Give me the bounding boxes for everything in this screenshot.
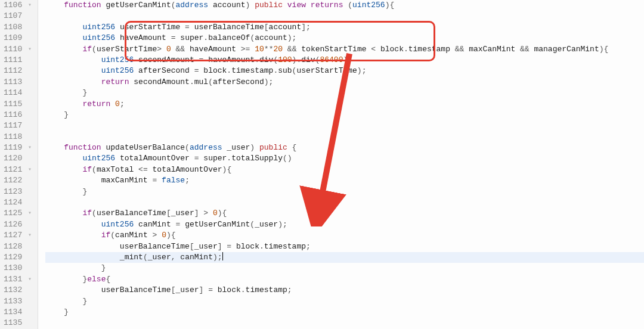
code-line[interactable]: if(userStartTime> 0 && haveAmount >= 10*… xyxy=(45,44,644,55)
code-line[interactable]: } xyxy=(45,296,644,307)
line-number: 1124 xyxy=(4,197,33,208)
line-number: 1107 xyxy=(4,11,33,21)
line-number: 1115 xyxy=(4,99,33,110)
line-number: 1108 xyxy=(4,22,33,33)
fold-chevron-icon[interactable]: ▾ xyxy=(27,164,33,175)
fold-chevron-icon[interactable]: ▾ xyxy=(27,230,33,241)
code-line[interactable]: uint256 totalAmountOver = super.totalSup… xyxy=(45,153,644,164)
code-line[interactable]: uint256 haveAmount = super.balanceOf(acc… xyxy=(45,33,644,44)
line-number: 1133 xyxy=(4,296,33,307)
code-line[interactable]: if(canMint > 0){ xyxy=(45,230,644,241)
line-number: 1109 xyxy=(4,33,33,44)
line-number: 1121 ▾ xyxy=(4,164,33,175)
code-line[interactable]: } xyxy=(45,187,644,197)
code-line[interactable]: uint256 userStartTime = userBalanceTime[… xyxy=(45,22,644,33)
line-number: 1112 xyxy=(4,66,33,76)
line-number: 1128 xyxy=(4,241,33,252)
code-line[interactable] xyxy=(45,197,644,208)
code-line[interactable]: _mint(_user, canMint); xyxy=(45,252,644,263)
text-caret xyxy=(222,252,223,260)
code-line[interactable]: uint256 afterSecond = block.timestamp.su… xyxy=(45,66,644,76)
line-number: 1130 xyxy=(4,263,33,274)
code-line[interactable]: maxCanMint = false; xyxy=(45,175,644,186)
code-line[interactable] xyxy=(45,318,644,328)
fold-chevron-icon[interactable]: ▾ xyxy=(27,274,33,285)
code-line[interactable]: } xyxy=(45,88,644,98)
line-number: 1127 ▾ xyxy=(4,230,33,241)
line-number: 1123 xyxy=(4,187,33,197)
code-line[interactable]: } xyxy=(45,110,644,120)
code-line[interactable]: function getUserCanMint(address account)… xyxy=(45,0,644,11)
code-area[interactable]: function getUserCanMint(address account)… xyxy=(38,0,644,329)
line-number: 1111 xyxy=(4,55,33,66)
line-number: 1120 xyxy=(4,153,33,164)
code-line[interactable]: return 0; xyxy=(45,99,644,110)
line-number: 1132 xyxy=(4,285,33,296)
code-line[interactable]: } xyxy=(45,263,644,274)
line-number: 1114 xyxy=(4,88,33,98)
code-line[interactable]: if(maxTotal <= totalAmountOver){ xyxy=(45,164,644,175)
code-line[interactable]: return secondAmount.mul(afterSecond); xyxy=(45,77,644,88)
code-line[interactable]: userBalanceTime[_user] = block.timestamp… xyxy=(45,285,644,296)
code-line[interactable]: function updateUserBalance(address _user… xyxy=(45,142,644,153)
line-number: 1126 xyxy=(4,219,33,230)
line-number: 1110 ▾ xyxy=(4,44,33,55)
line-number: 1122 xyxy=(4,175,33,186)
code-editor[interactable]: 1106 ▾1107 1108 1109 1110 ▾1111 1112 111… xyxy=(0,0,644,329)
line-number: 1106 ▾ xyxy=(4,0,33,11)
fold-chevron-icon[interactable]: ▾ xyxy=(27,208,33,219)
line-number: 1129 xyxy=(4,252,33,263)
code-line[interactable]: } xyxy=(45,307,644,318)
code-line[interactable] xyxy=(45,132,644,142)
fold-chevron-icon[interactable]: ▾ xyxy=(27,142,33,153)
line-number: 1135 xyxy=(4,318,33,328)
line-number: 1134 xyxy=(4,307,33,318)
code-line[interactable]: uint256 secondAmount = haveAmount.div(10… xyxy=(45,55,644,66)
line-number-gutter: 1106 ▾1107 1108 1109 1110 ▾1111 1112 111… xyxy=(0,0,38,329)
line-number: 1131 ▾ xyxy=(4,274,33,285)
code-line[interactable] xyxy=(45,11,644,21)
code-line[interactable]: userBalanceTime[_user] = block.timestamp… xyxy=(45,241,644,252)
line-number: 1125 ▾ xyxy=(4,208,33,219)
code-line[interactable]: }else{ xyxy=(45,274,644,285)
fold-chevron-icon[interactable]: ▾ xyxy=(27,44,33,55)
line-number: 1119 ▾ xyxy=(4,142,33,153)
line-number: 1116 xyxy=(4,110,33,120)
code-line[interactable] xyxy=(45,120,644,131)
code-line[interactable]: uint256 canMint = getUserCanMint(_user); xyxy=(45,219,644,230)
line-number: 1118 xyxy=(4,132,33,142)
line-number: 1113 xyxy=(4,77,33,88)
fold-chevron-icon[interactable]: ▾ xyxy=(27,0,33,11)
code-line[interactable]: if(userBalanceTime[_user] > 0){ xyxy=(45,208,644,219)
line-number: 1117 xyxy=(4,120,33,131)
